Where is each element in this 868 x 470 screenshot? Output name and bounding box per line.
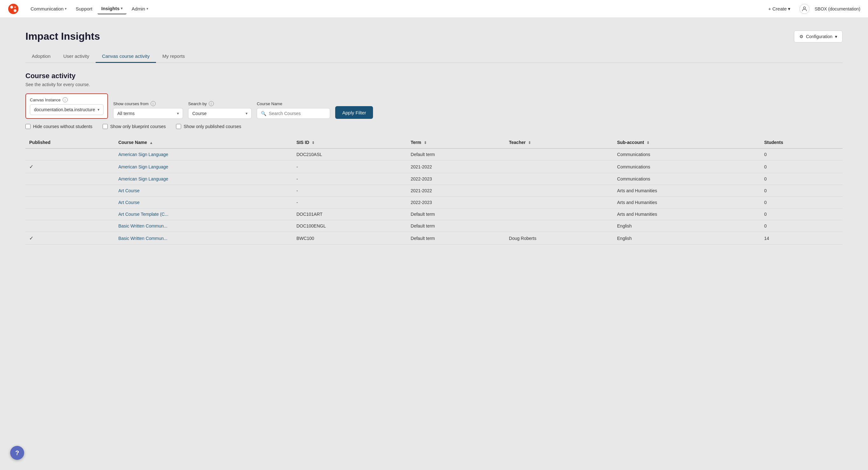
canvas-instance-label: Canvas Instance i <box>30 97 103 102</box>
sort-icon: ⇕ <box>647 141 649 145</box>
hide-courses-checkbox-label[interactable]: Hide courses without students <box>25 124 92 129</box>
page-title: Impact Insights <box>25 31 100 42</box>
cell-sub-account: English <box>613 232 760 245</box>
nav-communication[interactable]: Communication ▾ <box>27 3 70 14</box>
col-term[interactable]: Term ⇕ <box>407 137 505 148</box>
cell-sis-id: DOC100ENGL <box>292 220 407 232</box>
filter-row: Canvas Instance i documentation.beta.ins… <box>25 93 843 119</box>
section-subtitle: See the activity for every course. <box>25 82 843 87</box>
nav-admin[interactable]: Admin ▾ <box>128 3 152 14</box>
course-link[interactable]: Basic Written Commun... <box>118 236 167 241</box>
chevron-down-icon: ▾ <box>121 6 123 10</box>
course-link[interactable]: Art Course <box>118 188 140 193</box>
cell-sis-id: - <box>292 160 407 173</box>
cell-published: ✓ <box>25 160 114 173</box>
sort-asc-icon: ▲ <box>150 141 153 145</box>
course-name-search[interactable]: 🔍 <box>257 108 330 119</box>
info-icon[interactable]: i <box>151 101 156 106</box>
cell-sis-id: - <box>292 197 407 209</box>
app-logo[interactable] <box>8 3 19 14</box>
cell-course-name: American Sign Language <box>114 148 292 160</box>
course-link[interactable]: American Sign Language <box>118 164 168 169</box>
gear-icon: ⚙ <box>799 34 804 39</box>
cell-published <box>25 173 114 185</box>
published-courses-checkbox-label[interactable]: Show only published courses <box>176 124 241 129</box>
org-label: SBOX (documentation) <box>815 6 860 11</box>
cell-sub-account: Communications <box>613 173 760 185</box>
cell-teacher <box>505 185 614 197</box>
tab-user-activity[interactable]: User activity <box>57 50 96 63</box>
cell-students: 0 <box>760 160 843 173</box>
tab-adoption[interactable]: Adoption <box>25 50 57 63</box>
apply-filter-button[interactable]: Apply Filter <box>335 106 373 119</box>
cell-teacher <box>505 148 614 160</box>
cell-term: Default term <box>407 209 505 220</box>
sort-icon: ⇕ <box>528 141 531 145</box>
chevron-down-icon: ▾ <box>788 6 790 12</box>
create-button[interactable]: + Create ▾ <box>765 4 794 14</box>
cell-course-name: American Sign Language <box>114 160 292 173</box>
cell-term: 2021-2022 <box>407 185 505 197</box>
course-link[interactable]: American Sign Language <box>118 152 168 157</box>
search-by-select[interactable]: Course ▾ <box>188 108 252 119</box>
info-icon[interactable]: i <box>209 101 214 106</box>
col-course-name[interactable]: Course Name ▲ <box>114 137 292 148</box>
course-link[interactable]: Basic Written Commun... <box>118 223 167 228</box>
table-row: Art Course - 2021-2022 Arts and Humaniti… <box>25 185 843 197</box>
cell-sub-account: Arts and Humanities <box>613 197 760 209</box>
cell-sub-account: Communications <box>613 148 760 160</box>
blueprint-courses-checkbox[interactable] <box>103 124 108 129</box>
table-row: ✓ Basic Written Commun... BWC100 Default… <box>25 232 843 245</box>
chevron-down-icon: ▾ <box>177 111 179 116</box>
info-icon[interactable]: i <box>63 97 68 102</box>
tab-canvas-course-activity[interactable]: Canvas course activity <box>96 50 156 63</box>
svg-point-1 <box>10 6 13 8</box>
table-row: ✓ American Sign Language - 2021-2022 Com… <box>25 160 843 173</box>
chevron-down-icon: ▾ <box>835 34 837 39</box>
published-courses-checkbox[interactable] <box>176 124 181 129</box>
table-row: American Sign Language - 2022-2023 Commu… <box>25 173 843 185</box>
nav-insights[interactable]: Insights ▾ <box>97 3 127 14</box>
col-sis-id[interactable]: SIS ID ⇕ <box>292 137 407 148</box>
table-row: Art Course - 2022-2023 Arts and Humaniti… <box>25 197 843 209</box>
help-button[interactable]: ? <box>10 446 24 460</box>
cell-sub-account: English <box>613 220 760 232</box>
user-avatar-button[interactable] <box>799 4 810 14</box>
cell-sis-id: - <box>292 173 407 185</box>
cell-course-name: Basic Written Commun... <box>114 232 292 245</box>
cell-sis-id: BWC100 <box>292 232 407 245</box>
blueprint-courses-checkbox-label[interactable]: Show only blueprint courses <box>103 124 166 129</box>
tab-my-reports[interactable]: My reports <box>156 50 191 63</box>
nav-items: Communication ▾ Support Insights ▾ Admin… <box>27 3 762 14</box>
show-courses-from-filter: Show courses from i All terms ▾ <box>113 101 183 119</box>
chevron-down-icon: ▾ <box>97 107 99 112</box>
cell-teacher <box>505 220 614 232</box>
svg-point-4 <box>804 7 806 9</box>
col-sub-account[interactable]: Sub-account ⇕ <box>613 137 760 148</box>
cell-published <box>25 220 114 232</box>
show-courses-from-select[interactable]: All terms ▾ <box>113 108 183 119</box>
course-link[interactable]: Art Course <box>118 200 140 205</box>
cell-course-name: Art Course <box>114 185 292 197</box>
cell-teacher <box>505 209 614 220</box>
hide-courses-checkbox[interactable] <box>25 124 31 129</box>
search-courses-input[interactable] <box>269 111 326 116</box>
col-teacher[interactable]: Teacher ⇕ <box>505 137 614 148</box>
search-icon: 🔍 <box>261 111 266 116</box>
sort-icon: ⇕ <box>424 141 427 145</box>
course-table-container: Published Course Name ▲ SIS ID ⇕ Term ⇕ <box>25 137 843 245</box>
course-link[interactable]: American Sign Language <box>118 176 168 182</box>
nav-support[interactable]: Support <box>72 3 96 14</box>
configuration-button[interactable]: ⚙ Configuration ▾ <box>794 31 843 42</box>
cell-published: ✓ <box>25 232 114 245</box>
svg-point-0 <box>8 3 19 14</box>
canvas-instance-select[interactable]: documentation.beta.instructure ▾ <box>30 104 103 115</box>
col-published: Published <box>25 137 114 148</box>
course-link[interactable]: Art Course Template (C... <box>118 212 168 217</box>
cell-students: 0 <box>760 209 843 220</box>
chevron-down-icon: ▾ <box>65 7 67 11</box>
tabs-row: Adoption User activity Canvas course act… <box>25 50 843 63</box>
canvas-instance-filter: Canvas Instance i documentation.beta.ins… <box>25 93 108 119</box>
svg-point-2 <box>14 9 17 12</box>
cell-sis-id: - <box>292 185 407 197</box>
